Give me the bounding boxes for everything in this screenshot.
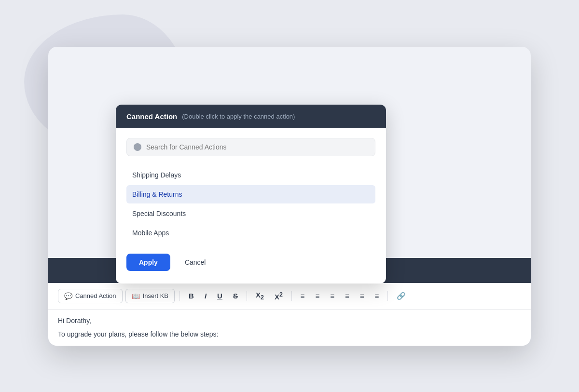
insert-kb-icon: 📖 — [132, 292, 140, 300]
underline-button[interactable]: U — [213, 289, 226, 303]
strikethrough-button[interactable]: S — [229, 289, 242, 303]
popup-title: Canned Action — [126, 112, 177, 121]
popup-body: Shipping Delays Billing & Returns Specia… — [116, 128, 386, 284]
ordered-list-button[interactable]: ≡ — [312, 289, 324, 303]
editor-line-2: To upgrade your plans, please follow the… — [58, 329, 521, 339]
list-item-label: Shipping Delays — [132, 171, 181, 179]
align-left-button[interactable]: ≡ — [326, 289, 338, 303]
popup-subtitle: (Double click to apply the canned action… — [182, 113, 295, 120]
canned-action-label: Canned Action — [75, 292, 116, 299]
divider-3 — [291, 291, 292, 301]
search-icon — [134, 143, 141, 151]
align-center-button[interactable]: ≡ — [341, 289, 353, 303]
insert-kb-label: Insert KB — [143, 292, 168, 299]
text-editor-area[interactable]: Hi Dorathy, To upgrade your plans, pleas… — [48, 310, 531, 346]
link-button[interactable]: 🔗 — [393, 289, 410, 303]
list-item[interactable]: Shipping Delays — [126, 166, 375, 184]
main-card: 💬 Canned Action 📖 Insert KB B I U S X2 X… — [48, 47, 531, 346]
list-item[interactable]: Special Discounts — [126, 204, 375, 223]
search-box[interactable] — [126, 138, 375, 156]
unordered-list-button[interactable]: ≡ — [297, 289, 309, 303]
canned-action-popup: Canned Action (Double click to apply the… — [116, 105, 386, 284]
canned-actions-list: Shipping Delays Billing & Returns Specia… — [126, 166, 375, 242]
editor-line-1: Hi Dorathy, — [58, 315, 521, 326]
list-item-label: Special Discounts — [132, 210, 186, 217]
toolbar: 💬 Canned Action 📖 Insert KB B I U S X2 X… — [48, 283, 531, 310]
divider-2 — [247, 291, 247, 301]
canned-action-icon: 💬 — [64, 292, 72, 300]
align-justify-button[interactable]: ≡ — [371, 289, 383, 303]
popup-header: Canned Action (Double click to apply the… — [116, 105, 386, 128]
popup-footer: Apply Cancel — [126, 252, 375, 274]
search-input[interactable] — [146, 143, 368, 151]
divider-4 — [387, 291, 388, 301]
list-item-label: Billing & Returns — [132, 190, 182, 198]
italic-button[interactable]: I — [201, 289, 210, 303]
cancel-button[interactable]: Cancel — [177, 254, 214, 271]
subscript-button[interactable]: X2 — [252, 288, 268, 304]
canned-action-toolbar-button[interactable]: 💬 Canned Action — [58, 289, 123, 303]
list-item-label: Mobile Apps — [132, 229, 169, 237]
bold-button[interactable]: B — [185, 289, 198, 303]
list-item[interactable]: Mobile Apps — [126, 224, 375, 242]
list-item[interactable]: Billing & Returns — [126, 185, 375, 203]
editor-content: Hi Dorathy, To upgrade your plans, pleas… — [58, 315, 521, 340]
apply-button[interactable]: Apply — [126, 254, 170, 271]
divider-1 — [179, 291, 180, 301]
superscript-button[interactable]: X2 — [271, 288, 287, 304]
align-right-button[interactable]: ≡ — [356, 289, 368, 303]
insert-kb-button[interactable]: 📖 Insert KB — [125, 289, 175, 303]
